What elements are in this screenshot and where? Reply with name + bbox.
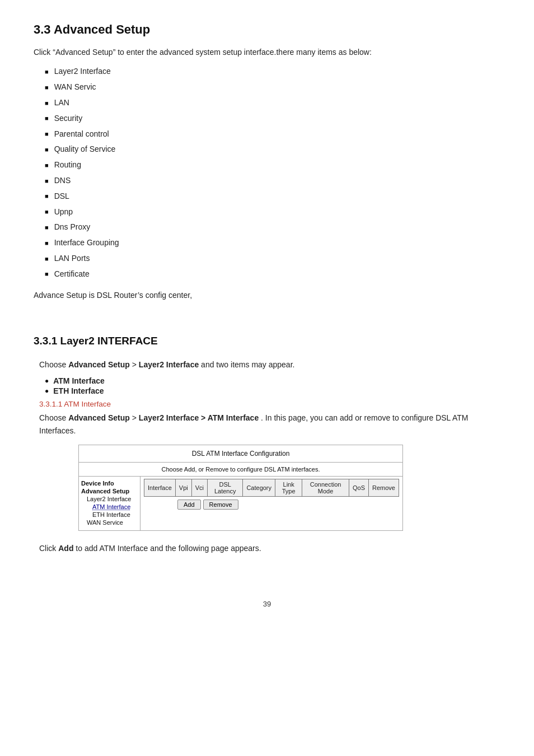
table-header-cell: Remove (369, 479, 399, 497)
section-title: 3.3 Advanced Setup (34, 22, 500, 37)
table-header-cell: Link Type (275, 479, 302, 497)
table-container: InterfaceVpiVciDSL LatencyCategoryLink T… (144, 479, 399, 497)
interface-box-header: DSL ATM Interface Configuration (79, 445, 402, 463)
sidebar: Device Info Advanced Setup Layer2 Interf… (79, 477, 140, 530)
bullet-list-item: Certificate (45, 268, 500, 281)
table-header-cell: Interface (144, 479, 176, 497)
remove-button[interactable]: Remove (203, 500, 238, 510)
atm-interface-table: InterfaceVpiVciDSL LatencyCategoryLink T… (144, 479, 399, 497)
bullet-list-item: DSL (45, 190, 500, 203)
table-header-cell: Connection Mode (302, 479, 349, 497)
choose-layer2-text: Choose Advanced Setup > Layer2 Interface… (34, 358, 500, 371)
bullet-list-item: Security (45, 112, 500, 125)
sidebar-wrapper: Device Info Advanced Setup Layer2 Interf… (79, 477, 402, 530)
bullet-list-item: Dns Proxy (45, 221, 500, 234)
bullet-list-item: DNS (45, 174, 500, 188)
interface-box-subheader: Choose Add, or Remove to configure DSL A… (79, 463, 402, 477)
advance-note: Advance Setup is DSL Router’s config cen… (34, 289, 500, 301)
bullet-list-item: Layer2 Interface (45, 65, 500, 78)
table-header-cell: Vci (191, 479, 207, 497)
dot-list-item: ETH Interface (45, 386, 500, 395)
table-header-cell: QoS (349, 479, 368, 497)
subsection-title: 3.3.1 Layer2 INTERFACE (34, 335, 500, 347)
table-header-row: InterfaceVpiVciDSL LatencyCategoryLink T… (144, 479, 399, 497)
sidebar-item-eth[interactable]: ETH Interface (81, 511, 138, 518)
dot-list: ATM InterfaceETH Interface (34, 376, 500, 395)
add-button[interactable]: Add (177, 500, 201, 510)
click-add-text: Click Add to add ATM Interface and the f… (34, 542, 500, 554)
button-row: Add Remove (144, 497, 399, 512)
subsection-atm-title: 3.3.1.1 ATM Interface (34, 400, 500, 408)
bullet-list-item: Routing (45, 158, 500, 172)
table-header-cell: Category (243, 479, 275, 497)
sidebar-item-layer2[interactable]: Layer2 Interface (81, 496, 138, 502)
bullet-list-item: Parental control (45, 128, 500, 141)
interface-config-box: DSL ATM Interface Configuration Choose A… (78, 445, 403, 531)
sidebar-item-wan[interactable]: WAN Service (81, 519, 138, 526)
bullet-list-item: Quality of Service (45, 143, 500, 156)
dot-list-item: ATM Interface (45, 376, 500, 385)
bullet-list-item: LAN (45, 96, 500, 110)
bullet-list-item: Upnp (45, 206, 500, 219)
sidebar-item-atm[interactable]: ATM Interface (81, 503, 138, 510)
interface-main-content: InterfaceVpiVciDSL LatencyCategoryLink T… (140, 477, 402, 530)
bullet-list: Layer2 InterfaceWAN ServicLANSecurityPar… (34, 65, 500, 281)
bullet-list-item: WAN Servic (45, 81, 500, 94)
sidebar-item-advanced-setup[interactable]: Advanced Setup (81, 488, 138, 494)
table-header-cell: DSL Latency (208, 479, 243, 497)
page-number: 39 (34, 600, 500, 608)
sidebar-item-device-info[interactable]: Device Info (81, 480, 138, 487)
table-header-cell: Vpi (175, 479, 191, 497)
choose-atm-text: Choose Advanced Setup > Layer2 Interface… (34, 412, 500, 437)
bullet-list-item: Interface Grouping (45, 236, 500, 250)
intro-paragraph: Click “Advanced Setup” to enter the adva… (34, 46, 500, 58)
bullet-list-item: LAN Ports (45, 252, 500, 265)
